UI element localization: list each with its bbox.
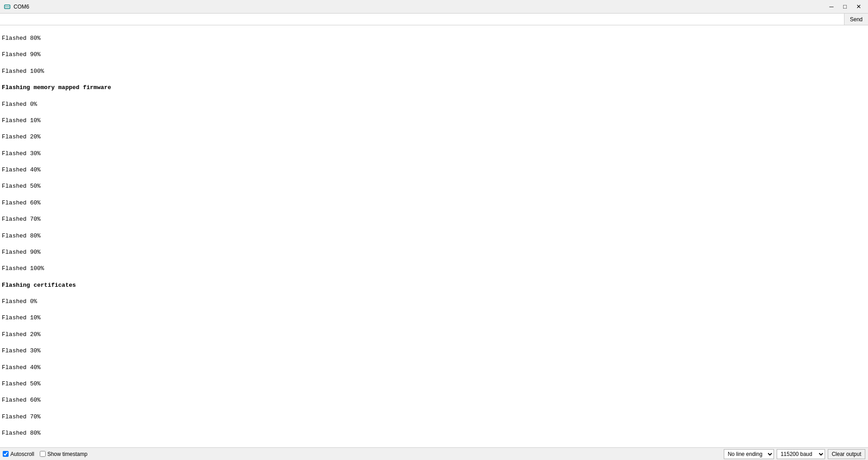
title-bar-controls: ─ □ ✕	[826, 2, 864, 12]
show-timestamp-checkbox[interactable]	[40, 451, 46, 457]
line-ending-select[interactable]: No line ending Newline Carriage return B…	[724, 449, 774, 459]
minimize-button[interactable]: ─	[826, 2, 837, 12]
svg-point-2	[7, 6, 8, 7]
output-line: Flashed 100%	[2, 265, 866, 273]
output-line: Flashed 60%	[2, 199, 866, 207]
svg-point-3	[8, 6, 9, 7]
baud-rate-select[interactable]: 300 baud 1200 baud 2400 baud 4800 baud 9…	[777, 449, 825, 459]
title-bar-title: COM6	[14, 4, 29, 10]
output-line: Flashed 100%	[2, 67, 866, 76]
autoscroll-checkbox[interactable]	[3, 451, 9, 457]
output-line: Flashed 10%	[2, 314, 866, 322]
output-line: Flashed 70%	[2, 25, 866, 26]
serial-input[interactable]	[0, 14, 844, 25]
output-area: No filesystem containing the WiFi firmwa…	[0, 25, 868, 447]
output-line: Flashed 70%	[2, 215, 866, 223]
output-line: Flashed 60%	[2, 396, 866, 404]
bottom-bar: Autoscroll Show timestamp No line ending…	[0, 447, 868, 460]
output-line: Flashed 90%	[2, 51, 866, 59]
clear-output-button[interactable]: Clear output	[828, 449, 865, 459]
output-line: Flashed 20%	[2, 133, 866, 141]
output-line: Flashed 10%	[2, 117, 866, 125]
output-line: Flashed 70%	[2, 413, 866, 421]
bottom-right: No line ending Newline Carriage return B…	[724, 449, 865, 459]
output-line: Flashed 30%	[2, 150, 866, 158]
output-line: Flashed 80%	[2, 34, 866, 43]
output-line: Flashed 50%	[2, 380, 866, 388]
output-line: Flashed 0%	[2, 298, 866, 306]
maximize-button[interactable]: □	[839, 2, 851, 12]
output-line: Flashed 30%	[2, 347, 866, 355]
show-timestamp-label[interactable]: Show timestamp	[40, 451, 88, 457]
svg-point-1	[5, 6, 6, 7]
autoscroll-text: Autoscroll	[10, 451, 34, 457]
output-line: Flashed 80%	[2, 429, 866, 437]
output-line: Flashed 0%	[2, 100, 866, 109]
output-line: Flashed 90%	[2, 248, 866, 256]
bottom-left: Autoscroll Show timestamp	[3, 451, 87, 457]
output-line: Flashed 40%	[2, 166, 866, 174]
send-button[interactable]: Send	[844, 14, 868, 25]
output-line: Flashed 80%	[2, 232, 866, 240]
output-line: Flashed 40%	[2, 364, 866, 372]
serial-port-icon	[4, 3, 11, 10]
output-line: Flashing certificates	[2, 281, 866, 289]
output-line: Flashed 50%	[2, 182, 866, 190]
title-bar: COM6 ─ □ ✕	[0, 0, 868, 14]
input-row: Send	[0, 14, 868, 25]
title-bar-left: COM6	[4, 3, 29, 10]
autoscroll-label[interactable]: Autoscroll	[3, 451, 34, 457]
output-line: Flashing memory mapped firmware	[2, 84, 866, 92]
show-timestamp-text: Show timestamp	[47, 451, 88, 457]
close-button[interactable]: ✕	[853, 2, 864, 12]
output-line: Flashed 20%	[2, 331, 866, 339]
